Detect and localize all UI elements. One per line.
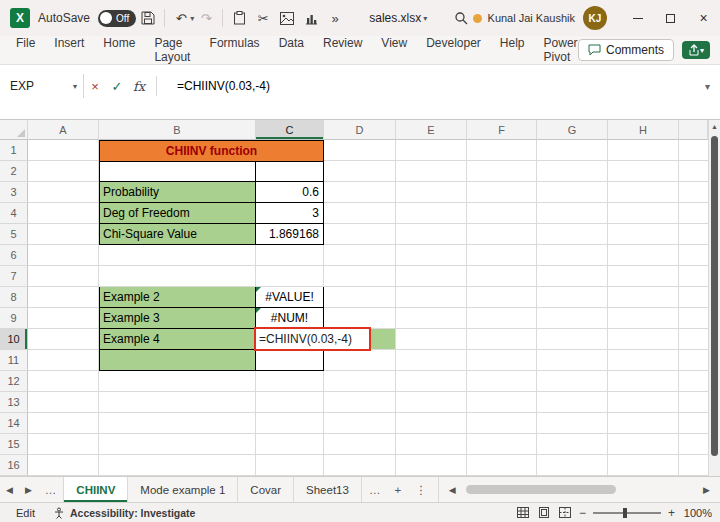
cell-C14[interactable] bbox=[256, 413, 324, 434]
cell-D2[interactable] bbox=[324, 161, 396, 182]
zoom-level[interactable]: 100% bbox=[682, 507, 712, 519]
autosave-toggle[interactable]: AutoSave Off bbox=[38, 10, 136, 27]
column-header-E[interactable]: E bbox=[396, 120, 467, 140]
row-header-12[interactable]: 12 bbox=[0, 371, 28, 392]
cell-G8[interactable] bbox=[537, 287, 608, 308]
cell-E1[interactable] bbox=[396, 140, 467, 161]
cell-A13[interactable] bbox=[28, 392, 99, 413]
cell-C3[interactable]: 0.6 bbox=[256, 182, 324, 203]
mode-indicator[interactable]: Edit bbox=[16, 507, 35, 519]
cell-A5[interactable] bbox=[28, 224, 99, 245]
cell-C15[interactable] bbox=[256, 434, 324, 455]
cell-B1-merged[interactable]: CHIINV function bbox=[99, 140, 324, 162]
cell-D13[interactable] bbox=[324, 392, 396, 413]
menu-insert[interactable]: Insert bbox=[54, 36, 84, 64]
cell-H8[interactable] bbox=[608, 287, 679, 308]
sheet-tab-chiinv[interactable]: CHIINV bbox=[63, 477, 128, 502]
page-break-view-icon[interactable] bbox=[558, 506, 572, 519]
autosave-switch[interactable]: Off bbox=[98, 10, 136, 27]
cell-B5[interactable]: Chi-Square Value bbox=[99, 224, 256, 245]
menu-page-layout[interactable]: Page Layout bbox=[154, 36, 190, 64]
scroll-left-icon[interactable]: ◀ bbox=[443, 485, 462, 495]
cell-B16[interactable] bbox=[99, 455, 256, 476]
user-name[interactable]: Kunal Jai Kaushik bbox=[488, 12, 575, 24]
cell-G13[interactable] bbox=[537, 392, 608, 413]
cell-F11[interactable] bbox=[467, 350, 537, 371]
spreadsheet-grid[interactable]: CHIINV function =CHIINV(0.03,-4) ABCDEFG… bbox=[0, 120, 708, 476]
menu-data[interactable]: Data bbox=[279, 36, 304, 64]
cell-F12[interactable] bbox=[467, 371, 537, 392]
cell-E5[interactable] bbox=[396, 224, 467, 245]
cell-G6[interactable] bbox=[537, 245, 608, 266]
cell-C7[interactable] bbox=[256, 266, 324, 287]
sheet-nav-left-icon[interactable]: ◀ bbox=[0, 485, 19, 495]
cell-E13[interactable] bbox=[396, 392, 467, 413]
cell-D4[interactable] bbox=[324, 203, 396, 224]
cell-D8[interactable] bbox=[324, 287, 396, 308]
cell-F16[interactable] bbox=[467, 455, 537, 476]
column-header-C[interactable]: C bbox=[256, 120, 324, 140]
cell-C5[interactable]: 1.869168 bbox=[256, 224, 324, 245]
zoom-slider[interactable] bbox=[593, 512, 661, 514]
search-icon[interactable] bbox=[449, 6, 473, 30]
cell-H3[interactable] bbox=[608, 182, 679, 203]
cell-B14[interactable] bbox=[99, 413, 256, 434]
cell-B11[interactable] bbox=[99, 350, 256, 371]
menu-file[interactable]: File bbox=[16, 36, 35, 64]
cell-E7[interactable] bbox=[396, 266, 467, 287]
cell-F5[interactable] bbox=[467, 224, 537, 245]
normal-view-icon[interactable] bbox=[516, 506, 530, 519]
document-title[interactable]: sales.xlsx ▾ bbox=[369, 11, 427, 25]
cell-H9[interactable] bbox=[608, 308, 679, 329]
cell-A14[interactable] bbox=[28, 413, 99, 434]
cell-C8[interactable]: #VALUE! bbox=[256, 287, 324, 308]
cell-D7[interactable] bbox=[324, 266, 396, 287]
row-header-2[interactable]: 2 bbox=[0, 161, 28, 182]
cell-F15[interactable] bbox=[467, 434, 537, 455]
cell-D14[interactable] bbox=[324, 413, 396, 434]
share-button[interactable]: ▾ bbox=[682, 41, 710, 59]
cell-A9[interactable] bbox=[28, 308, 99, 329]
cell-D12[interactable] bbox=[324, 371, 396, 392]
clipboard-icon[interactable] bbox=[227, 6, 251, 30]
formula-bar-expand-icon[interactable]: ▾ bbox=[705, 81, 710, 92]
cell-A15[interactable] bbox=[28, 434, 99, 455]
maximize-button[interactable] bbox=[654, 0, 687, 36]
cell-F1[interactable] bbox=[467, 140, 537, 161]
cell-C13[interactable] bbox=[256, 392, 324, 413]
horizontal-scroll-thumb[interactable] bbox=[466, 485, 616, 494]
row-header-6[interactable]: 6 bbox=[0, 245, 28, 266]
cell-G16[interactable] bbox=[537, 455, 608, 476]
row-header-8[interactable]: 8 bbox=[0, 287, 28, 308]
cell-E6[interactable] bbox=[396, 245, 467, 266]
menu-power-pivot[interactable]: Power Pivot bbox=[544, 36, 578, 64]
row-header-1[interactable]: 1 bbox=[0, 140, 28, 161]
sheet-tab-covar[interactable]: Covar bbox=[238, 477, 294, 502]
sheet-tab-mode-example-1[interactable]: Mode example 1 bbox=[128, 477, 238, 502]
cell-E3[interactable] bbox=[396, 182, 467, 203]
cell-B9[interactable]: Example 3 bbox=[99, 308, 256, 329]
sheet-tab-sheet13[interactable]: Sheet13 bbox=[294, 477, 362, 502]
cell-B3[interactable]: Probability bbox=[99, 182, 256, 203]
cell-G15[interactable] bbox=[537, 434, 608, 455]
row-header-11[interactable]: 11 bbox=[0, 350, 28, 371]
row-header-3[interactable]: 3 bbox=[0, 182, 28, 203]
cell-C9[interactable]: #NUM! bbox=[256, 308, 324, 329]
cell-B13[interactable] bbox=[99, 392, 256, 413]
scroll-up-icon[interactable]: ▲ bbox=[711, 120, 718, 134]
menu-review[interactable]: Review bbox=[323, 36, 362, 64]
cell-G7[interactable] bbox=[537, 266, 608, 287]
cell-G5[interactable] bbox=[537, 224, 608, 245]
row-header-7[interactable]: 7 bbox=[0, 266, 28, 287]
sheet-list-ellipsis-icon[interactable]: … bbox=[38, 484, 64, 496]
row-header-5[interactable]: 5 bbox=[0, 224, 28, 245]
cell-C10-edit-box[interactable]: =CHIINV(0.03,-4) bbox=[254, 327, 371, 351]
cell-C16[interactable] bbox=[256, 455, 324, 476]
menu-developer[interactable]: Developer bbox=[426, 36, 481, 64]
name-box[interactable]: EXP ▾ bbox=[0, 74, 84, 98]
cell-H5[interactable] bbox=[608, 224, 679, 245]
cell-A3[interactable] bbox=[28, 182, 99, 203]
insert-function-icon[interactable]: fx bbox=[128, 79, 150, 94]
row-header-15[interactable]: 15 bbox=[0, 434, 28, 455]
zoom-in-icon[interactable]: + bbox=[668, 506, 675, 520]
